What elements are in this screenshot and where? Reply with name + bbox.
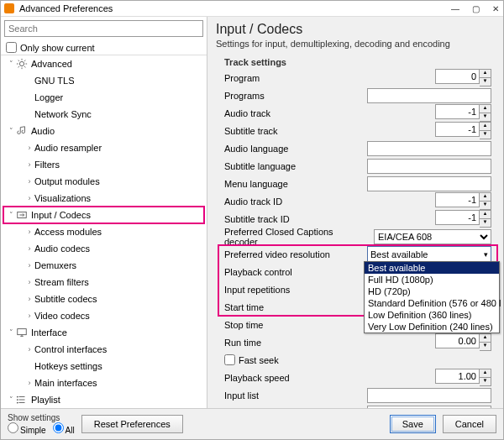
gear-icon <box>16 58 28 70</box>
cc-decoder-select[interactable]: EIA/CEA 608 <box>374 229 491 244</box>
search-input[interactable] <box>4 20 203 37</box>
reset-preferences-button[interactable]: Reset Preferences <box>81 415 183 433</box>
video-resolution-options[interactable]: Best availableFull HD (1080p)HD (720p)St… <box>364 261 500 333</box>
app-icon <box>4 3 14 13</box>
cancel-button[interactable]: Cancel <box>443 415 496 433</box>
audio-track-id-spinner[interactable]: ▲▼ <box>435 192 491 210</box>
program-spinner[interactable]: ▲▼ <box>435 69 491 86</box>
iface-icon <box>16 327 28 338</box>
resolution-option[interactable]: Very Low Definition (240 lines) <box>365 321 499 333</box>
resolution-option[interactable]: Full HD (1080p) <box>365 274 499 285</box>
tree-item-input[interactable]: ˅Input / Codecs <box>1 207 207 223</box>
svg-point-0 <box>19 61 24 65</box>
tree-item-afilt[interactable]: ›Filters <box>1 156 207 173</box>
caret-icon: › <box>24 278 34 286</box>
audio-track-spinner[interactable]: ▲▼ <box>435 104 491 122</box>
note-icon <box>16 125 28 137</box>
tree-label: Logger <box>34 92 63 102</box>
caret-icon: › <box>24 379 34 387</box>
caret-icon: ˅ <box>6 60 16 68</box>
close-button[interactable]: ✕ <box>491 4 500 13</box>
video-resolution-highlight: Preferred video resolution Best availabl… <box>216 245 500 316</box>
save-button[interactable]: Save <box>390 415 436 433</box>
tree-label: Access modules <box>34 227 102 237</box>
tree-label: Subtitle codecs <box>34 294 97 304</box>
maximize-button[interactable]: ▢ <box>471 4 480 13</box>
subtitle-track-id-spinner[interactable]: ▲▼ <box>435 210 491 228</box>
show-settings-simple[interactable]: Simple <box>8 422 46 435</box>
preferences-tree[interactable]: ˅AdvancedGNU TLSLoggerNetwork Sync˅Audio… <box>1 55 207 408</box>
tree-label: GNU TLS <box>34 76 74 86</box>
tree-item-netsync[interactable]: Network Sync <box>1 106 207 123</box>
svg-point-5 <box>17 402 18 404</box>
tree-label: Main interfaces <box>34 378 97 388</box>
tree-label: Audio codecs <box>34 244 90 254</box>
settings-scroll[interactable]: Track settings Program▲▼ Programs Audio … <box>216 54 501 408</box>
tree-label: Advanced <box>31 59 72 69</box>
resolution-option[interactable]: Low Definition (360 lines) <box>365 309 499 321</box>
tree-item-gnutls[interactable]: GNU TLS <box>1 72 207 89</box>
tree-item-playlist[interactable]: ˅Playlist <box>1 391 207 408</box>
tree-item-access[interactable]: ›Access modules <box>1 223 207 240</box>
spin-down-icon[interactable]: ▼ <box>480 77 491 86</box>
resolution-option[interactable]: HD (720p) <box>365 285 499 297</box>
tree-item-demux[interactable]: ›Demuxers <box>1 257 207 274</box>
caret-icon: › <box>24 244 34 253</box>
tree-item-vcodec[interactable]: ›Video codecs <box>1 307 207 324</box>
tree-label: Audio resampler <box>34 143 102 153</box>
caret-icon: › <box>24 177 34 186</box>
only-show-current-checkbox[interactable]: Only show current <box>1 40 207 55</box>
subtitle-track-spinner[interactable]: ▲▼ <box>435 122 491 139</box>
tree-item-audio[interactable]: ˅Audio <box>1 123 207 139</box>
tree-label: Filters <box>34 160 60 170</box>
tree-item-avis[interactable]: ›Visualizations <box>1 190 207 207</box>
caret-icon: › <box>24 295 34 303</box>
menu-language-input[interactable] <box>367 176 491 191</box>
tree-label: Playlist <box>31 395 60 405</box>
caret-icon: ˅ <box>6 211 16 219</box>
tree-label: Stream filters <box>34 277 89 287</box>
resolution-option[interactable]: Best available <box>365 262 499 274</box>
tree-item-advanced[interactable]: ˅Advanced <box>1 55 207 72</box>
window-title: Advanced Preferences <box>19 3 451 13</box>
only-show-current-input[interactable] <box>6 42 17 53</box>
caret-icon: ˅ <box>6 395 16 404</box>
show-settings-all[interactable]: All <box>53 422 75 435</box>
tree-label: Output modules <box>34 176 100 186</box>
programs-input[interactable] <box>367 88 491 103</box>
tree-label: Hotkeys settings <box>34 361 102 371</box>
input-slave-input[interactable] <box>367 406 491 409</box>
audio-language-input[interactable] <box>367 141 491 156</box>
tree-label: Audio <box>31 126 55 136</box>
tree-label: Input / Codecs <box>31 210 91 220</box>
tree-item-aout[interactable]: ›Output modules <box>1 173 207 190</box>
spin-up-icon[interactable]: ▲ <box>480 69 491 77</box>
tree-item-scodec[interactable]: ›Subtitle codecs <box>1 291 207 307</box>
tree-item-ciface[interactable]: ›Control interfaces <box>1 341 207 358</box>
tree-item-interface[interactable]: ˅Interface <box>1 324 207 341</box>
sidebar: Only show current ˅AdvancedGNU TLSLogger… <box>1 17 207 408</box>
resolution-option[interactable]: Standard Definition (576 or 480 lines) <box>365 297 499 309</box>
tree-label: Interface <box>31 327 67 338</box>
input-list-input[interactable] <box>367 388 491 403</box>
tree-item-sfilt[interactable]: ›Stream filters <box>1 274 207 291</box>
caret-icon: › <box>24 345 34 354</box>
svg-point-4 <box>17 399 18 401</box>
tree-item-hotkeys[interactable]: Hotkeys settings <box>1 358 207 375</box>
tree-label: Video codecs <box>34 311 90 321</box>
caret-icon: ˅ <box>6 127 16 135</box>
fast-seek-checkbox[interactable]: Fast seek <box>224 354 350 365</box>
video-resolution-dropdown[interactable]: Best available Best availableFull HD (10… <box>355 246 500 263</box>
tree-item-acodec[interactable]: ›Audio codecs <box>1 240 207 257</box>
subtitle-language-input[interactable] <box>367 159 491 174</box>
tree-item-logger[interactable]: Logger <box>1 89 207 106</box>
footer: Show settings Simple All Reset Preferenc… <box>1 408 503 439</box>
page-subtitle: Settings for input, demultiplexing, deco… <box>216 39 501 49</box>
playback-speed-spinner[interactable]: ▲▼ <box>435 369 491 386</box>
run-time-spinner[interactable]: ▲▼ <box>435 333 491 351</box>
tree-item-ares[interactable]: ›Audio resampler <box>1 139 207 156</box>
svg-rect-2 <box>18 329 27 335</box>
minimize-button[interactable]: — <box>451 4 459 13</box>
tree-item-miface[interactable]: ›Main interfaces <box>1 375 207 391</box>
tree-label: Network Sync <box>34 109 92 119</box>
